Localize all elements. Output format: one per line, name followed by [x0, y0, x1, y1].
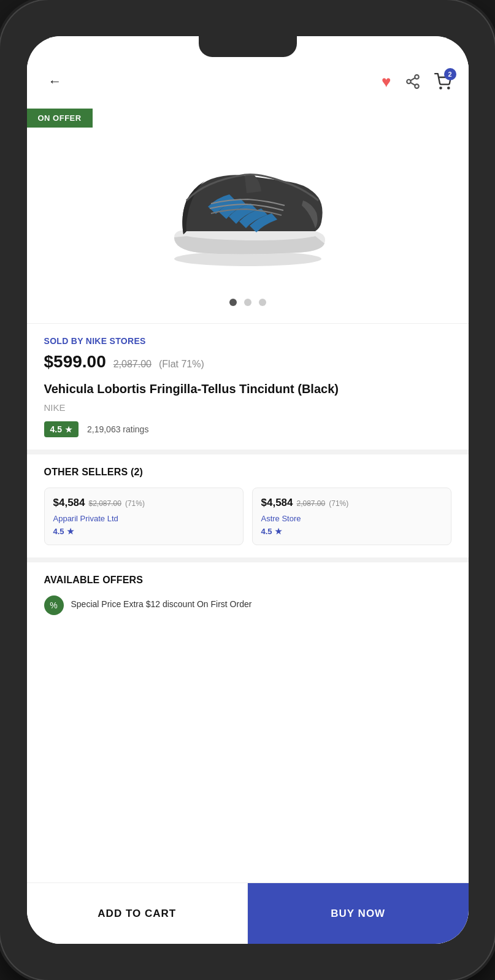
cart-badge: 2: [444, 68, 456, 80]
phone-screen: ← ♥: [27, 36, 469, 944]
notch: [199, 36, 297, 57]
seller-2-price: $4,584: [261, 497, 293, 509]
seller-1-rating-value: 4.5: [53, 527, 64, 536]
shoe-image: [150, 127, 346, 274]
svg-point-6: [448, 87, 449, 88]
seller-card-1[interactable]: $4,584 $2,087.00 (71%) Apparil Private L…: [44, 488, 244, 545]
add-to-cart-button[interactable]: ADD TO CART: [27, 883, 248, 944]
current-price: $599.00: [44, 352, 106, 372]
seller-1-original-price: $2,087.00: [89, 499, 121, 508]
heart-icon: ♥: [382, 72, 391, 91]
dot-1[interactable]: [229, 299, 237, 306]
ratings-count: 2,19,063 ratings: [87, 424, 148, 434]
section-divider-1: [27, 450, 469, 454]
other-sellers-title: OTHER SELLERS (2): [44, 467, 451, 478]
offer-text-1: Special Price Extra $12 discount On Firs…: [71, 595, 252, 611]
rating-value: 4.5: [50, 424, 62, 434]
header-icons: ♥: [382, 72, 451, 91]
seller-card-2[interactable]: $4,584 2,087.00 (71%) Astre Store 4.5 ★: [252, 488, 451, 545]
seller-2-star-icon: ★: [275, 527, 282, 536]
seller-1-star-icon: ★: [67, 527, 74, 536]
sold-by-label: SOLD BY NIKE STORES: [44, 336, 451, 346]
seller-1-discount: (71%): [125, 499, 145, 508]
seller-2-rating: 4.5 ★: [261, 527, 442, 536]
other-sellers-section: OTHER SELLERS (2) $4,584 $2,087.00 (71%)…: [27, 454, 469, 557]
share-icon: [405, 74, 421, 90]
offers-section: AVAILABLE OFFERS % Special Price Extra $…: [27, 562, 469, 624]
seller-2-name: Astre Store: [261, 514, 442, 523]
offer-percent-icon: %: [44, 595, 64, 615]
seller-2-rating-value: 4.5: [261, 527, 272, 536]
seller-1-price-row: $4,584 $2,087.00 (71%): [53, 497, 234, 509]
sellers-grid: $4,584 $2,087.00 (71%) Apparil Private L…: [44, 488, 451, 545]
shoe-svg: [150, 127, 346, 274]
product-image-container: [27, 109, 469, 293]
seller-1-rating: 4.5 ★: [53, 527, 234, 536]
discount-text: (Flat 71%): [159, 359, 204, 370]
dot-2[interactable]: [244, 299, 251, 306]
back-button[interactable]: ←: [44, 71, 66, 93]
seller-2-price-row: $4,584 2,087.00 (71%): [261, 497, 442, 509]
product-name: Vehicula Lobortis Fringilla-Tellus Tinci…: [44, 380, 451, 397]
share-button[interactable]: [405, 74, 421, 90]
image-dots: [27, 299, 469, 306]
product-info: SOLD BY NIKE STORES $599.00 2,087.00 (Fl…: [27, 324, 469, 450]
brand-name: NIKE: [44, 402, 451, 413]
seller-1-name: Apparil Private Ltd: [53, 514, 234, 523]
header: ← ♥: [27, 61, 469, 102]
back-arrow-icon: ←: [48, 74, 62, 90]
svg-line-3: [410, 83, 415, 85]
bottom-bar: ADD TO CART BUY NOW: [27, 882, 469, 944]
buy-now-button[interactable]: BUY NOW: [248, 883, 469, 944]
seller-2-original-price: 2,087.00: [297, 499, 326, 508]
offer-row-1: % Special Price Extra $12 discount On Fi…: [44, 595, 451, 615]
price-row: $599.00 2,087.00 (Flat 71%): [44, 352, 451, 372]
rating-row: 4.5 ★ 2,19,063 ratings: [44, 421, 451, 437]
section-divider-2: [27, 557, 469, 562]
star-icon: ★: [65, 425, 72, 434]
offer-badge: ON OFFER: [27, 109, 93, 128]
bottom-spacer: [27, 624, 469, 636]
original-price: 2,087.00: [113, 359, 152, 370]
screen-content: ← ♥: [27, 36, 469, 882]
seller-2-discount: (71%): [329, 499, 348, 508]
phone-frame: ← ♥: [0, 0, 495, 980]
svg-line-4: [410, 78, 415, 80]
svg-point-5: [440, 87, 441, 88]
product-image-section: ON OFFER: [27, 102, 469, 323]
rating-badge[interactable]: 4.5 ★: [44, 421, 79, 437]
wishlist-button[interactable]: ♥: [382, 72, 391, 91]
dot-3[interactable]: [259, 299, 266, 306]
available-offers-title: AVAILABLE OFFERS: [44, 575, 451, 586]
cart-button[interactable]: 2: [434, 73, 451, 90]
seller-1-price: $4,584: [53, 497, 85, 509]
